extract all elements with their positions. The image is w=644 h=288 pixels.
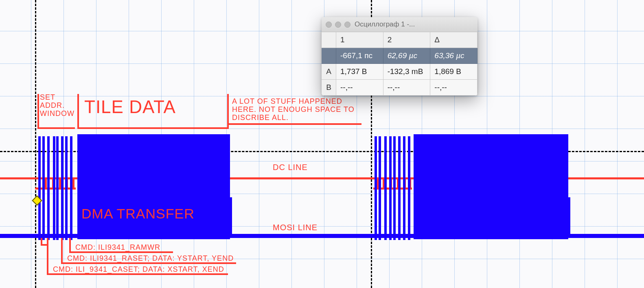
hdr-c3: Δ [430,32,478,48]
cursor-v1[interactable] [35,0,36,288]
measurement-panel[interactable]: Осциллограф 1 -... 1 2 Δ -667,1 пс 62,69… [322,17,478,96]
row-b-c2[interactable]: --,-- [383,80,431,96]
row-a-c2[interactable]: -132,3 mВ [383,64,431,80]
hdr-c2: 2 [383,32,431,48]
row-time-head[interactable] [322,48,336,64]
label-a-lot: A LOT OF STUFF HAPPENED HERE. NOT ENOUGH… [232,97,355,122]
measurement-table: 1 2 Δ -667,1 пс 62,69 µс 63,36 µс A 1,73… [322,32,478,96]
label-mosi-line: MOSI LINE [273,223,318,232]
hdr-blank [322,32,336,48]
row-a-head[interactable]: A [322,64,336,80]
window-controls[interactable] [326,22,350,28]
row-a-c1[interactable]: 1,737 В [336,64,383,80]
row-b-head[interactable]: B [322,80,336,96]
oscilloscope-canvas: SET ADDR. WINDOW TILE DATA A LOT OF STUF… [0,0,644,288]
label-dma-transfer: DMA TRANSFER [81,206,195,222]
panel-titlebar[interactable]: Осциллограф 1 -... [322,17,478,32]
label-cmd-ramwr: CMD: ILI9341_RAMWR [75,243,160,251]
label-dc-line: DC LINE [273,163,308,172]
minimize-icon[interactable] [335,22,341,28]
label-set-addr-window: SET ADDR. WINDOW [40,93,74,118]
zoom-icon[interactable] [344,22,350,28]
label-cmd-caset: CMD: ILI_9341_CASET; DATA: XSTART, XEND [53,265,224,273]
close-icon[interactable] [326,22,332,28]
row-time-c2[interactable]: 62,69 µс [383,48,431,64]
row-time-c3[interactable]: 63,36 µс [430,48,478,64]
row-b-c3[interactable]: --,-- [430,80,478,96]
hdr-c1: 1 [336,32,383,48]
row-time-c1[interactable]: -667,1 пс [336,48,383,64]
row-b-c1[interactable]: --,-- [336,80,383,96]
label-cmd-raset: CMD: ILI9341_RASET; DATA: YSTART, YEND [67,254,234,262]
panel-title: Осциллограф 1 -... [355,20,415,28]
row-a-c3[interactable]: 1,869 В [430,64,478,80]
label-tile-data: TILE DATA [84,97,176,117]
